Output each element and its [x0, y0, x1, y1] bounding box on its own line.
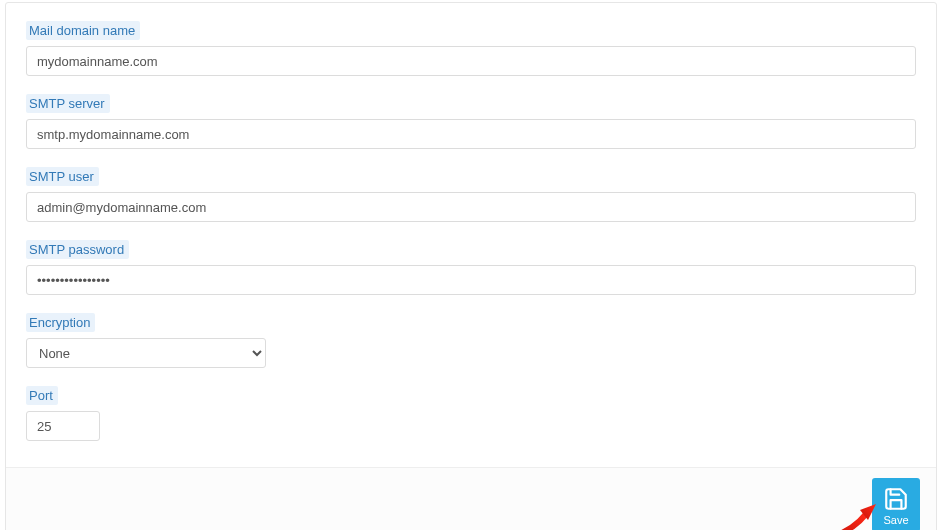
input-smtp-password[interactable]: [26, 265, 916, 295]
save-icon: [883, 486, 909, 512]
label-smtp-server: SMTP server: [26, 94, 110, 113]
select-encryption[interactable]: None: [26, 338, 266, 368]
save-button-label: Save: [883, 514, 908, 526]
save-button[interactable]: Save: [872, 478, 920, 530]
input-mail-domain[interactable]: [26, 46, 916, 76]
field-mail-domain: Mail domain name: [26, 21, 916, 76]
field-encryption: Encryption None: [26, 313, 916, 368]
label-smtp-password: SMTP password: [26, 240, 129, 259]
settings-panel: Mail domain name SMTP server SMTP user S…: [5, 2, 937, 530]
input-smtp-user[interactable]: [26, 192, 916, 222]
input-port[interactable]: [26, 411, 100, 441]
input-smtp-server[interactable]: [26, 119, 916, 149]
field-smtp-password: SMTP password: [26, 240, 916, 295]
encryption-select-wrap: None: [26, 338, 266, 368]
label-mail-domain: Mail domain name: [26, 21, 140, 40]
panel-footer: Save: [6, 467, 936, 530]
field-port: Port: [26, 386, 916, 441]
field-smtp-server: SMTP server: [26, 94, 916, 149]
panel-body: Mail domain name SMTP server SMTP user S…: [6, 3, 936, 467]
label-encryption: Encryption: [26, 313, 95, 332]
label-port: Port: [26, 386, 58, 405]
label-smtp-user: SMTP user: [26, 167, 99, 186]
field-smtp-user: SMTP user: [26, 167, 916, 222]
annotation-arrow-icon: [832, 504, 876, 530]
